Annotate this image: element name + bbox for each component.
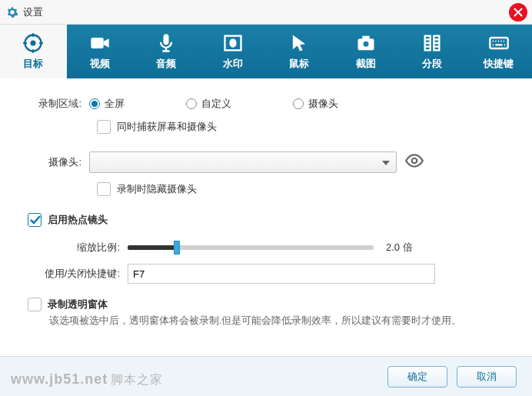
- hotkey-label: 使用/关闭快捷键:: [28, 267, 128, 281]
- radio-fullscreen[interactable]: 全屏: [89, 97, 125, 111]
- camera-label: 摄像头:: [28, 155, 89, 169]
- chk-transparent-label: 录制透明窗体: [48, 298, 108, 311]
- tab-video[interactable]: 视频: [67, 25, 134, 78]
- ok-button[interactable]: 确定: [387, 366, 447, 388]
- tab-screenshot[interactable]: 截图: [333, 25, 400, 78]
- svg-point-6: [363, 42, 368, 47]
- gear-icon: [6, 6, 18, 18]
- content: 录制区域: 全屏 自定义 摄像头 同时捕获屏幕和摄像头 摄像头: 录制时隐藏摄像…: [0, 78, 532, 355]
- svg-rect-3: [164, 34, 169, 45]
- chk-capture-both-label: 同时捕获屏幕和摄像头: [117, 120, 217, 134]
- svg-point-11: [412, 158, 417, 164]
- zoom-label: 缩放比例:: [28, 241, 128, 255]
- chk-enable-hotspot-label: 启用热点镜头: [48, 213, 108, 227]
- tab-audio[interactable]: 音频: [133, 25, 200, 78]
- radio-custom[interactable]: 自定义: [186, 97, 231, 111]
- chk-capture-both[interactable]: [97, 120, 111, 134]
- camera-select[interactable]: [89, 151, 397, 173]
- chk-transparent[interactable]: [28, 298, 42, 311]
- watermark: www.jb51.net脚本之家: [11, 371, 163, 388]
- close-button[interactable]: [509, 3, 527, 22]
- hotkey-input[interactable]: [128, 264, 435, 284]
- footer: www.jb51.net脚本之家 确定 取消: [0, 356, 532, 396]
- window-title: 设置: [23, 5, 43, 19]
- svg-rect-2: [91, 38, 103, 48]
- transparent-hint: 该选项被选中后，透明窗体将会被录制.但是可能会降低录制效率，所以建议有需要时才使…: [49, 314, 504, 328]
- tabbar: 目标 视频 音频 水印 鼠标 截图 分段 快捷键: [0, 25, 532, 78]
- chk-hide-camera[interactable]: [97, 182, 111, 196]
- tab-watermark[interactable]: 水印: [200, 25, 267, 78]
- area-label: 录制区域:: [28, 97, 89, 111]
- titlebar: 设置: [0, 0, 532, 25]
- chk-hide-camera-label: 录制时隐藏摄像头: [117, 182, 197, 196]
- tab-segment[interactable]: 分段: [399, 25, 466, 78]
- tab-target[interactable]: 目标: [0, 25, 67, 78]
- svg-rect-7: [362, 36, 369, 40]
- tab-mouse[interactable]: 鼠标: [266, 25, 333, 78]
- zoom-value: 2.0 倍: [386, 241, 413, 255]
- svg-point-1: [32, 42, 35, 45]
- chk-enable-hotspot[interactable]: [28, 213, 42, 227]
- radio-camera[interactable]: 摄像头: [293, 97, 338, 111]
- eye-icon[interactable]: [404, 151, 424, 173]
- svg-rect-10: [490, 38, 507, 48]
- cancel-button[interactable]: 取消: [457, 366, 517, 388]
- zoom-slider[interactable]: [128, 245, 374, 250]
- tab-hotkey[interactable]: 快捷键: [466, 25, 533, 78]
